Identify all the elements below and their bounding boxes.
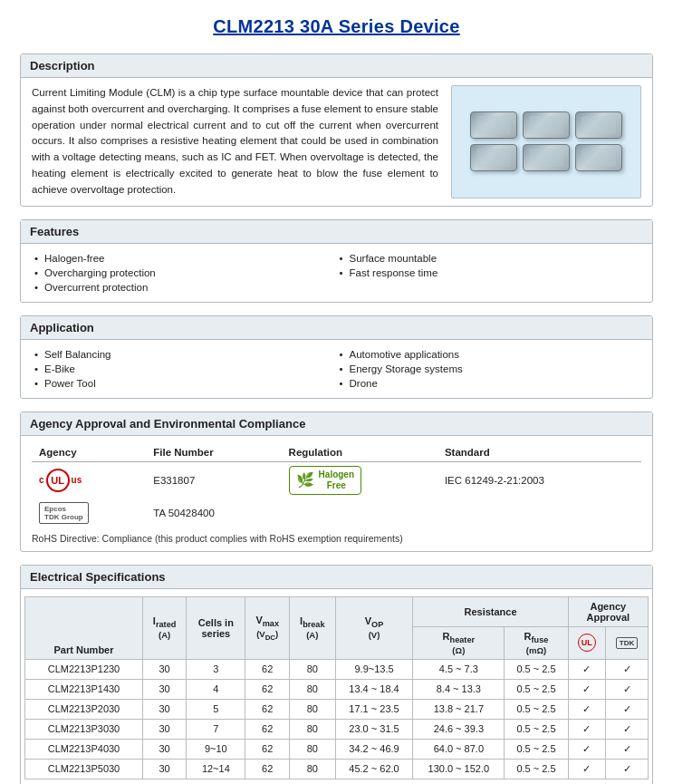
cell-vop: 9.9~13.5 — [335, 659, 413, 679]
ul-logo-group: c UL us — [39, 469, 139, 492]
cell-vop: 45.2 ~ 62.0 — [335, 759, 413, 779]
cell-rfuse: 0.5 ~ 2.5 — [505, 659, 568, 679]
cell-irated: 30 — [143, 659, 187, 679]
electrical-header: Electrical Specifications — [21, 566, 652, 589]
file-number-2: TA 50428400 — [146, 498, 281, 528]
v-op-header: VOP(V) — [335, 596, 413, 659]
i-break-header: Ibreak(A) — [289, 596, 335, 659]
regulation-cell-2 — [282, 498, 437, 528]
cell-rheater: 24.6 ~ 39.3 — [413, 719, 505, 739]
tdk-badge: Epcos TDK Group — [39, 502, 89, 524]
tdk-approval-icon: TDK — [616, 637, 638, 649]
cell-vop: 17.1 ~ 23.5 — [335, 699, 413, 719]
features-col-2: Surface mountable Fast response time — [337, 251, 642, 295]
application-columns: Self Balancing E-Bike Power Tool Automot… — [32, 347, 641, 391]
description-layout: Current Limiting Module (CLM) is a chip … — [32, 85, 641, 198]
features-section: Features Halogen-free Overcharging prote… — [20, 219, 653, 303]
chip-2 — [523, 111, 570, 139]
chip-5 — [523, 144, 570, 171]
agency-col-header: Agency — [32, 443, 146, 462]
file-col-header: File Number — [146, 443, 281, 462]
cell-ibreak: 80 — [289, 739, 335, 759]
cell-irated: 30 — [143, 739, 187, 759]
table-row: CLM2213P2030 30 5 62 80 17.1 ~ 23.5 13.8… — [25, 699, 649, 719]
feature-item-4: Surface mountable — [337, 251, 642, 266]
cell-rheater: 130.0 ~ 152.0 — [413, 759, 505, 779]
cell-vmax: 62 — [245, 759, 289, 779]
features-header: Features — [21, 220, 652, 244]
cell-vmax: 62 — [245, 719, 289, 739]
agency-header: Agency Approval and Environmental Compli… — [21, 412, 652, 436]
features-columns: Halogen-free Overcharging protection Ove… — [32, 251, 641, 295]
application-section: Application Self Balancing E-Bike Power … — [20, 315, 653, 399]
ul-icon: UL — [578, 634, 596, 652]
ul-approval-header: UL — [568, 626, 605, 659]
table-row: CLM2213P1430 30 4 62 80 13.4 ~ 18.4 8.4 … — [25, 679, 649, 699]
cell-tdk: ✓ — [606, 659, 649, 679]
chip-group — [452, 104, 640, 179]
agency-row-1: c UL us E331807 🌿 HalogenFree IEC 61249-… — [32, 461, 641, 498]
cell-ibreak: 80 — [289, 659, 335, 679]
cell-ibreak: 80 — [289, 719, 335, 739]
chip-4 — [470, 144, 517, 171]
cell-tdk: ✓ — [606, 739, 649, 759]
cell-tdk: ✓ — [606, 699, 649, 719]
cell-rfuse: 0.5 ~ 2.5 — [505, 719, 568, 739]
description-header: Description — [21, 54, 652, 78]
app-item-6: Drone — [337, 376, 642, 391]
specs-body: CLM2213P1230 30 3 62 80 9.9~13.5 4.5 ~ 7… — [25, 659, 649, 779]
cell-rheater: 4.5 ~ 7.3 — [413, 659, 505, 679]
cell-vmax: 62 — [245, 659, 289, 679]
electrical-section: Electrical Specifications Part Number Ir… — [20, 565, 653, 784]
app-item-1: Self Balancing — [32, 347, 337, 362]
agency-logo-cell: c UL us — [32, 461, 146, 498]
cell-ul: ✓ — [568, 719, 605, 739]
cell-ibreak: 80 — [289, 699, 335, 719]
description-text: Current Limiting Module (CLM) is a chip … — [32, 85, 438, 198]
cell-vop: 23.0 ~ 31.5 — [335, 719, 413, 739]
chip-1 — [470, 111, 517, 139]
cell-irated: 30 — [143, 679, 187, 699]
app-item-4: Automotive applications — [337, 347, 642, 362]
product-image — [451, 85, 641, 198]
cell-part: CLM2213P1230 — [25, 659, 143, 679]
cell-tdk: ✓ — [606, 679, 649, 699]
i-rated-header: Irated(A) — [143, 596, 187, 659]
agency-approval-header: AgencyApproval — [568, 596, 648, 626]
cell-irated: 30 — [143, 719, 187, 739]
cell-ul: ✓ — [568, 699, 605, 719]
cell-rheater: 13.8 ~ 21.7 — [413, 699, 505, 719]
halogen-leaf-icon: 🌿 — [296, 471, 314, 489]
features-col-1: Halogen-free Overcharging protection Ove… — [32, 251, 337, 295]
c-prefix: c — [39, 475, 44, 485]
feature-item-1: Halogen-free — [32, 251, 337, 266]
cell-irated: 30 — [143, 759, 187, 779]
description-section: Description Current Limiting Module (CLM… — [20, 53, 653, 207]
agency-section: Agency Approval and Environmental Compli… — [20, 411, 653, 552]
chip-6 — [575, 144, 622, 171]
cell-rfuse: 0.5 ~ 2.5 — [505, 759, 568, 779]
part-number-header: Part Number — [25, 596, 143, 659]
cell-cells: 7 — [187, 719, 245, 739]
v-max-header: Vmax(VDC) — [245, 596, 289, 659]
app-item-2: E-Bike — [32, 362, 337, 376]
table-row: CLM2213P4030 30 9~10 62 80 34.2 ~ 46.9 6… — [25, 739, 649, 759]
cell-rheater: 64.0 ~ 87.0 — [413, 739, 505, 759]
agency-table: Agency File Number Regulation Standard c… — [32, 443, 641, 528]
cell-rfuse: 0.5 ~ 2.5 — [505, 739, 568, 759]
epcos-text: Epcos — [44, 505, 83, 513]
file-number-1: E331807 — [146, 461, 281, 498]
standard-cell: IEC 61249-2-21:2003 — [437, 461, 641, 498]
halogen-text: HalogenFree — [319, 469, 354, 491]
cell-vmax: 62 — [245, 699, 289, 719]
cell-part: CLM2213P2030 — [25, 699, 143, 719]
app-item-5: Energy Storage systems — [337, 362, 642, 376]
halogen-free-badge: 🌿 HalogenFree — [289, 466, 361, 495]
cell-part: CLM2213P5030 — [25, 759, 143, 779]
cell-tdk: ✓ — [606, 759, 649, 779]
table-row: CLM2213P1230 30 3 62 80 9.9~13.5 4.5 ~ 7… — [25, 659, 649, 679]
standard-cell-2 — [437, 498, 641, 528]
cell-part: CLM2213P4030 — [25, 739, 143, 759]
cell-cells: 3 — [187, 659, 245, 679]
feature-item-5: Fast response time — [337, 266, 642, 280]
